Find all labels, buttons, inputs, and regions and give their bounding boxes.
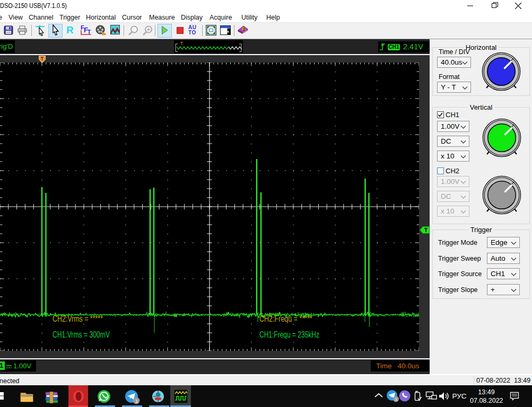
svg-text:CH1:Frequ = 235kHz: CH1:Frequ = 235kHz (259, 330, 319, 339)
svg-text:1: 1 (395, 397, 398, 402)
svg-text:CH2:Vrms = *****: CH2:Vrms = ***** (53, 314, 103, 323)
svg-text:1: 1 (135, 399, 138, 404)
svg-text:CH1:Vrms = 300mV: CH1:Vrms = 300mV (53, 330, 110, 339)
svg-text:CH2:Frequ = *****: CH2:Frequ = ***** (259, 314, 312, 323)
svg-text:T: T (180, 41, 184, 46)
svg-text:2: 2 (243, 26, 246, 32)
